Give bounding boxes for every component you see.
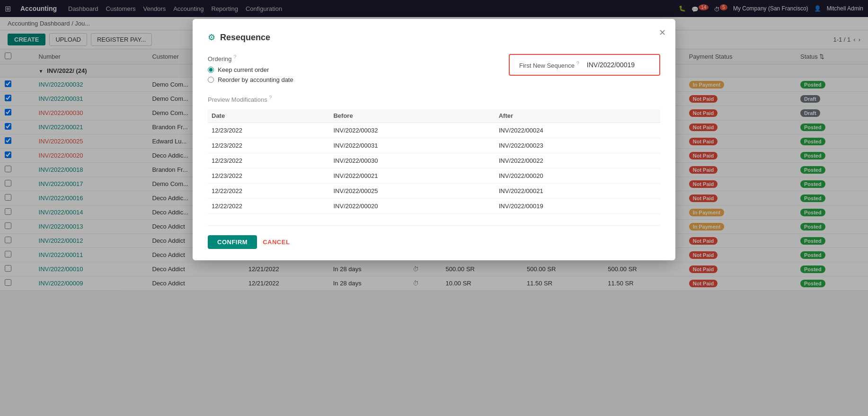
preview-after-cell: INV/2022/00024 — [495, 123, 660, 138]
preview-date-cell: 12/23/2022 — [208, 153, 329, 168]
modal-close-button[interactable]: ✕ — [659, 28, 666, 37]
ordering-help-icon[interactable]: ? — [233, 54, 236, 60]
resequence-modal: ⚙ Resequence ✕ Ordering ? Keep current o… — [193, 19, 675, 260]
radio-reorder-label: Reorder by accounting date — [218, 76, 293, 83]
preview-before-cell: INV/2022/00021 — [329, 168, 495, 183]
sequence-help-icon[interactable]: ? — [576, 61, 579, 66]
preview-label: Preview Modifications ? — [208, 95, 660, 103]
preview-table-row: 12/23/2022 INV/2022/00031 INV/2022/00023 — [208, 138, 660, 153]
preview-date-cell: 12/23/2022 — [208, 168, 329, 183]
modal-header: ⚙ Resequence — [208, 32, 660, 43]
preview-after-cell: INV/2022/00021 — [495, 183, 660, 198]
confirm-button[interactable]: CONFIRM — [208, 235, 257, 249]
modal-title: Resequence — [220, 33, 270, 43]
preview-col-after: After — [495, 109, 660, 123]
sequence-label: First New Sequence ? — [519, 61, 579, 69]
cancel-button[interactable]: CANCEL — [263, 239, 290, 246]
preview-table-row: 12/22/2022 INV/2022/00025 INV/2022/00021 — [208, 183, 660, 198]
preview-after-cell: INV/2022/00019 — [495, 198, 660, 213]
radio-keep-order-label: Keep current order — [218, 66, 269, 73]
preview-before-cell: INV/2022/00032 — [329, 123, 495, 138]
preview-before-cell: INV/2022/00030 — [329, 153, 495, 168]
preview-after-cell: INV/2022/00023 — [495, 138, 660, 153]
preview-col-before: Before — [329, 109, 495, 123]
preview-date-cell: 12/23/2022 — [208, 138, 329, 153]
first-sequence-box: First New Sequence ? INV/2022/00019 — [509, 54, 660, 76]
modal-top-row: Ordering ? Keep current order Reorder by… — [208, 54, 660, 83]
radio-reorder-input[interactable] — [208, 77, 214, 83]
preview-after-cell: INV/2022/00022 — [495, 153, 660, 168]
preview-table: Date Before After 12/23/2022 INV/2022/00… — [208, 109, 660, 214]
modal-icon: ⚙ — [208, 32, 215, 43]
modal-footer: CONFIRM CANCEL — [208, 225, 660, 249]
preview-after-cell: INV/2022/00020 — [495, 168, 660, 183]
sequence-value: INV/2022/00019 — [587, 61, 635, 69]
preview-help-icon[interactable]: ? — [269, 95, 272, 100]
radio-keep-order[interactable]: Keep current order — [208, 66, 490, 73]
preview-date-cell: 12/23/2022 — [208, 123, 329, 138]
ordering-label: Ordering ? — [208, 54, 490, 62]
preview-before-cell: INV/2022/00031 — [329, 138, 495, 153]
radio-group: Keep current order Reorder by accounting… — [208, 66, 490, 83]
preview-table-row: 12/22/2022 INV/2022/00020 INV/2022/00019 — [208, 198, 660, 213]
radio-keep-order-input[interactable] — [208, 67, 214, 73]
ordering-section: Ordering ? Keep current order Reorder by… — [208, 54, 490, 83]
preview-before-cell: INV/2022/00025 — [329, 183, 495, 198]
preview-date-cell: 12/22/2022 — [208, 183, 329, 198]
modal-overlay: ⚙ Resequence ✕ Ordering ? Keep current o… — [0, 0, 868, 291]
preview-before-cell: INV/2022/00020 — [329, 198, 495, 213]
preview-col-date: Date — [208, 109, 329, 123]
preview-table-row: 12/23/2022 INV/2022/00021 INV/2022/00020 — [208, 168, 660, 183]
preview-table-row: 12/23/2022 INV/2022/00030 INV/2022/00022 — [208, 153, 660, 168]
radio-reorder[interactable]: Reorder by accounting date — [208, 76, 490, 83]
preview-table-row: 12/23/2022 INV/2022/00032 INV/2022/00024 — [208, 123, 660, 138]
preview-date-cell: 12/22/2022 — [208, 198, 329, 213]
